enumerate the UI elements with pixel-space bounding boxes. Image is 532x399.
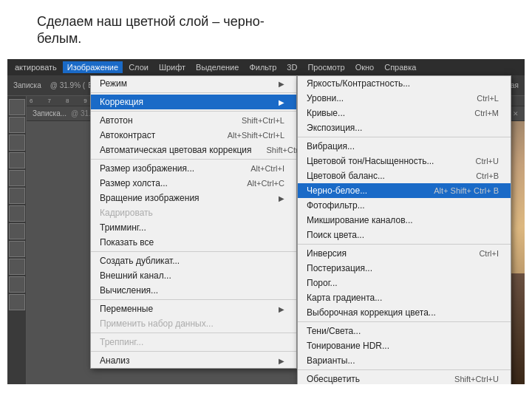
toolbar-icon-2[interactable]: [441, 81, 454, 91]
menu-layers[interactable]: Слои: [124, 61, 153, 73]
ps-menubar: актировать Изображение Слои Шрифт Выделе…: [7, 59, 525, 75]
menu-view[interactable]: Просмотр: [303, 61, 349, 73]
ps-left-tools: [7, 96, 27, 384]
vyrov-label: Выров. края: [477, 81, 519, 89]
tool-zoom[interactable]: [9, 294, 25, 310]
canvas-tab-name: Записка...: [33, 109, 66, 117]
tool-move[interactable]: [9, 99, 25, 115]
canvas-tab: Записка... @ 31.9% ✕: [27, 106, 525, 121]
shortcut-hint: Bi:: [88, 81, 97, 89]
photo-bg: [377, 121, 525, 384]
menu-window[interactable]: Окно: [351, 61, 379, 73]
tool-select[interactable]: [9, 117, 25, 133]
canvas-tab-close[interactable]: ✕: [513, 110, 519, 117]
tab-label: Записка: [13, 81, 41, 89]
tool-hand[interactable]: [9, 276, 25, 293]
tool-shape[interactable]: [9, 259, 25, 275]
canvas-bg-left: [27, 121, 377, 384]
toolbar-icon-1[interactable]: [423, 81, 437, 91]
menu-3d[interactable]: 3D: [282, 61, 301, 73]
tool-gradient[interactable]: [9, 223, 25, 239]
photo-body: [377, 273, 525, 384]
tool-text[interactable]: [9, 241, 25, 257]
canvas-work-area: [27, 121, 525, 384]
tool-brush[interactable]: [9, 170, 25, 186]
slide-title: Сделаем наш цветной слой – черно- белым.: [37, 13, 265, 48]
menu-filter[interactable]: Фильтр: [245, 61, 281, 73]
ps-content: 6 7 8 9 10 11 12 Записка... @ 31.9% ✕: [7, 96, 525, 384]
toolbar-icon-3[interactable]: [459, 81, 472, 91]
ps-options-bar: Записка @ 31.9% ( Bi: Выров. края: [7, 75, 525, 96]
tool-eraser[interactable]: [9, 205, 25, 222]
menu-selection[interactable]: Выделение: [191, 61, 243, 73]
ruler-numbers: 6 7 8 9 10 11 12: [30, 98, 151, 104]
canvas-tab-zoom: @ 31.9%: [71, 109, 101, 117]
tool-lasso[interactable]: [9, 134, 25, 151]
ruler-top: 6 7 8 9 10 11 12: [27, 96, 525, 106]
photo-face: [417, 151, 484, 232]
tool-crop[interactable]: [9, 152, 25, 168]
menu-edit[interactable]: актировать: [10, 61, 61, 73]
menu-image[interactable]: Изображение: [63, 61, 123, 73]
menu-font[interactable]: Шрифт: [154, 61, 190, 73]
tool-clone[interactable]: [9, 188, 25, 204]
photoshop-screenshot: актировать Изображение Слои Шрифт Выделе…: [7, 59, 525, 384]
zoom-label: @ 31.9% (: [50, 81, 85, 89]
menu-help[interactable]: Справка: [380, 61, 420, 73]
ps-canvas: 6 7 8 9 10 11 12 Записка... @ 31.9% ✕: [27, 96, 525, 384]
